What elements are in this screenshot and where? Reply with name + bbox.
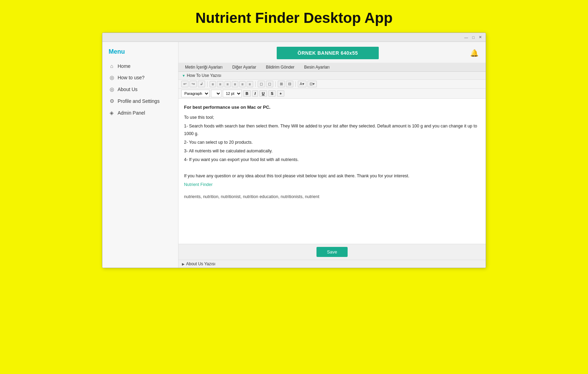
- editor-tags: nutrients, nutrition, nutritionist, nutr…: [184, 193, 480, 201]
- editor-intro: To use this tool;: [184, 114, 480, 121]
- bottom-bar: Save: [178, 244, 486, 260]
- size-select[interactable]: 12 pt: [223, 90, 242, 97]
- help-icon: ◎: [109, 74, 115, 81]
- triangle-down-icon: ▼: [182, 74, 185, 78]
- toolbar-sep-2: [255, 81, 256, 87]
- toolbar-align-left[interactable]: ≡: [210, 81, 216, 87]
- tabs-bar: Metin İçeriği Ayarları Diğer Ayarlar Bil…: [178, 63, 486, 72]
- banner-row: ÖRNEK BANNER 640x55 🔔: [178, 42, 486, 63]
- maximize-button[interactable]: □: [471, 35, 476, 39]
- italic-button[interactable]: I: [252, 90, 258, 97]
- sidebar-item-home[interactable]: ⌂ Home: [102, 60, 178, 72]
- editor-content[interactable]: For best performance use on Mac or PC. T…: [178, 99, 486, 244]
- sidebar-item-home-label: Home: [118, 63, 130, 69]
- save-button[interactable]: Save: [316, 247, 348, 257]
- toolbar-undo[interactable]: ↩: [181, 81, 189, 87]
- tab-other-settings[interactable]: Diğer Ayarlar: [228, 63, 261, 71]
- editor-link[interactable]: Nutrient Finder: [184, 182, 213, 187]
- sidebar-item-how-to-use-label: How to use?: [118, 75, 145, 80]
- sidebar-item-about-us[interactable]: ◎ About Us: [102, 83, 178, 95]
- sidebar: Menu ⌂ Home ◎ How to use? ◎ About Us ⚙ P…: [102, 42, 178, 268]
- font-select[interactable]: [211, 90, 221, 97]
- window-body: Menu ⌂ Home ◎ How to use? ◎ About Us ⚙ P…: [102, 42, 486, 268]
- admin-icon: ◈: [109, 110, 115, 116]
- underline-button[interactable]: U: [259, 90, 267, 97]
- bell-icon[interactable]: 🔔: [470, 49, 479, 57]
- toolbar-row-1: ↩ ↪ ↲ ≡ ≡ ≡ ≡ ≡ ≡ ◻ ◻ ⊞ ⊟: [178, 80, 486, 89]
- banner: ÖRNEK BANNER 640x55: [277, 47, 378, 59]
- editor-heading: For best performance use on Mac or PC.: [184, 104, 480, 111]
- window-titlebar: — □ ✕: [102, 33, 486, 42]
- editor-step-3: 3- All nutrients will be calculated auto…: [184, 148, 480, 155]
- sidebar-item-admin-panel[interactable]: ◈ Admin Panel: [102, 107, 178, 119]
- triangle-right-icon: ▶: [182, 262, 185, 266]
- home-icon: ⌂: [109, 63, 115, 69]
- special-button[interactable]: +: [277, 90, 284, 97]
- sidebar-item-about-us-label: About Us: [118, 87, 138, 92]
- section-header-label: How To Use Yazısı: [187, 73, 221, 78]
- toolbar-font-color[interactable]: A▾: [298, 81, 306, 87]
- toolbar-align-center[interactable]: ≡: [217, 81, 223, 87]
- format-row: Paragraph 12 pt B I U S +: [178, 89, 486, 99]
- toolbar-sep-4: [295, 81, 296, 87]
- section-header-how-to-use: ▼ How To Use Yazısı: [178, 72, 486, 80]
- toolbar-image[interactable]: ⊡▾: [307, 81, 317, 87]
- sidebar-item-how-to-use[interactable]: ◎ How to use?: [102, 72, 178, 83]
- editor-step-1: 1- Search foods with search bar then sel…: [184, 123, 480, 137]
- bold-button[interactable]: B: [243, 90, 251, 97]
- minimize-button[interactable]: —: [463, 35, 469, 39]
- tab-send-notification[interactable]: Bildirim Gönder: [261, 63, 299, 71]
- close-button[interactable]: ✕: [478, 35, 483, 39]
- editor-section: ▼ How To Use Yazısı ↩ ↪ ↲ ≡ ≡ ≡ ≡ ≡ ≡ ◻: [178, 72, 486, 244]
- strikethrough-button[interactable]: S: [268, 90, 276, 97]
- toolbar-redo[interactable]: ↪: [190, 81, 197, 87]
- about-icon: ◎: [109, 86, 115, 92]
- app-window: — □ ✕ Menu ⌂ Home ◎ How to use? ◎ About …: [102, 33, 486, 268]
- toolbar-sep-3: [275, 81, 276, 87]
- toolbar-outdent[interactable]: ◻: [266, 81, 273, 87]
- toolbar-special[interactable]: ⊟: [286, 81, 293, 87]
- tab-text-content-settings[interactable]: Metin İçeriği Ayarları: [181, 63, 227, 71]
- toolbar-align-justify[interactable]: ≡: [232, 81, 238, 87]
- editor-step-4: 4- If you want you can export your food …: [184, 156, 480, 163]
- editor-step-2: 2- You can select up to 20 products.: [184, 139, 480, 146]
- toolbar-indent[interactable]: ◻: [258, 81, 265, 87]
- sidebar-item-profile-settings-label: Profile and Settings: [118, 98, 159, 104]
- toolbar-list-ol[interactable]: ≡: [247, 81, 253, 87]
- about-us-section-label: About Us Yazısı: [186, 261, 215, 266]
- settings-icon: ⚙: [109, 98, 115, 104]
- toolbar-newline[interactable]: ↲: [198, 81, 205, 87]
- toolbar-table[interactable]: ⊞: [278, 81, 285, 87]
- collapsible-about-us[interactable]: ▶ About Us Yazısı: [178, 260, 486, 268]
- page-title: Nutrient Finder Desktop App: [195, 10, 393, 26]
- toolbar-list-ul[interactable]: ≡: [239, 81, 246, 87]
- editor-question-text: If you have any question or any idea abo…: [184, 172, 480, 180]
- window-controls: — □ ✕: [463, 35, 483, 39]
- menu-label: Menu: [102, 45, 178, 60]
- sidebar-item-admin-panel-label: Admin Panel: [118, 110, 145, 116]
- paragraph-select[interactable]: Paragraph: [181, 90, 210, 97]
- tab-nutrition-settings[interactable]: Besin Ayarları: [300, 63, 334, 71]
- main-content: ÖRNEK BANNER 640x55 🔔 Metin İçeriği Ayar…: [178, 42, 486, 268]
- toolbar-align-right[interactable]: ≡: [224, 81, 231, 87]
- sidebar-item-profile-settings[interactable]: ⚙ Profile and Settings: [102, 95, 178, 107]
- toolbar-sep-1: [207, 81, 208, 87]
